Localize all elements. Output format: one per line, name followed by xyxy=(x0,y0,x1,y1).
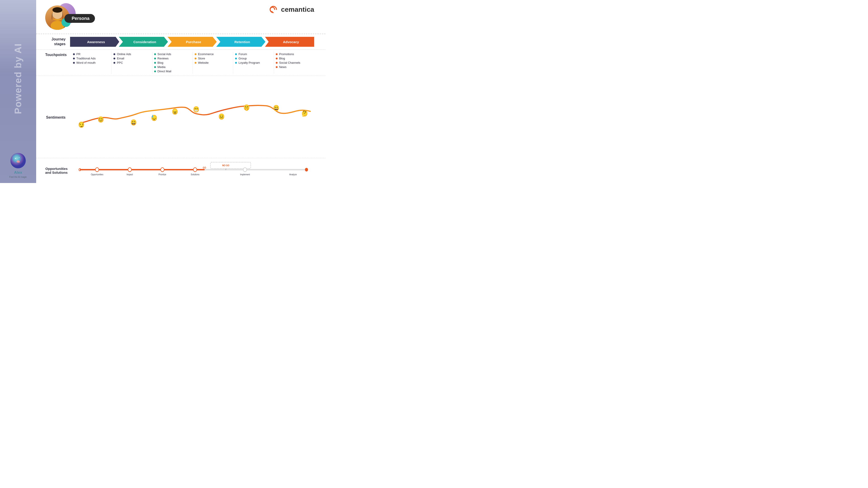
touchpoint-item: Promotions xyxy=(276,53,312,56)
svg-text:Analyze: Analyze xyxy=(289,173,297,176)
opportunities-chart: Opportunities Impact Prioritze Solutions… xyxy=(72,160,314,180)
main-content: Persona cemantica Journeystages Awarenes… xyxy=(36,0,326,183)
touchpoint-item: Social Ads xyxy=(154,53,191,56)
touchpoint-dot xyxy=(114,53,115,55)
emoji-8: 😄 xyxy=(273,104,280,111)
svg-text:GO: GO xyxy=(203,166,206,169)
touchpoint-item: Website xyxy=(195,61,231,64)
stage-consideration[interactable]: Consideration xyxy=(119,37,168,47)
touchpoint-item: News xyxy=(276,65,312,69)
touchpoint-dot xyxy=(154,70,156,72)
touchpoint-dot xyxy=(195,58,196,59)
touchpoint-item: Loyalty Program xyxy=(235,61,272,64)
touchpoints-grid: PR Traditional Ads Word of mouth Online … xyxy=(71,52,314,73)
touchpoint-dot xyxy=(276,58,278,59)
sentiments-row: Sentiments 😏 😊 xyxy=(36,76,326,158)
svg-text:Solutions: Solutions xyxy=(191,173,199,176)
emoji-3: 😓 xyxy=(151,114,158,121)
journey-label: Journeystages xyxy=(45,37,70,46)
journey-row: Journeystages Awareness Consideration Pu… xyxy=(36,34,326,50)
sentiments-chart: 😏 😊 😄 😓 😠 😁 😐 🤫 😄 🤔 xyxy=(70,100,314,134)
touchpoint-dot xyxy=(154,62,156,64)
touchpoint-dot xyxy=(235,58,237,59)
touchpoints-col-5: Promotions Blog Social Channels News xyxy=(274,52,314,73)
touchpoint-dot xyxy=(195,53,196,55)
stage-awareness[interactable]: Awareness xyxy=(70,37,119,47)
top-section: Persona cemantica xyxy=(36,0,326,34)
powered-by-text: Powered by AI xyxy=(13,43,24,114)
svg-text:✦: ✦ xyxy=(14,157,16,160)
stage-advocacy[interactable]: Advocacy xyxy=(265,37,314,47)
touchpoints-col-1: Online Ads Email PPC xyxy=(112,52,152,73)
touchpoint-dot xyxy=(276,66,278,68)
stage-purchase[interactable]: Purchase xyxy=(167,37,217,47)
cemantica-c-icon xyxy=(268,5,279,13)
touchpoint-dot xyxy=(73,58,75,59)
svg-point-17 xyxy=(193,168,197,172)
touchpoint-dot xyxy=(73,62,75,64)
touchpoint-dot xyxy=(195,62,196,64)
touchpoint-dot xyxy=(114,58,115,59)
opportunities-svg: Opportunities Impact Prioritze Solutions… xyxy=(72,160,314,180)
cemantica-text: cemantica xyxy=(281,6,314,13)
svg-point-15 xyxy=(161,168,164,172)
alex-tagline: Feel the AI magic xyxy=(9,175,27,178)
touchpoint-item: Blog xyxy=(276,57,312,60)
touchpoint-dot xyxy=(276,62,278,64)
touchpoint-item: Forum xyxy=(235,53,272,56)
alex-logo: ✦ ✦ 🧠 Alex Feel the AI magic xyxy=(9,153,27,178)
touchpoint-item: Store xyxy=(195,57,231,60)
touchpoint-item: Word of mouth xyxy=(73,61,110,64)
touchpoints-col-3: Ecommerce Store Website xyxy=(193,52,233,73)
emoji-9: 🤔 xyxy=(302,110,308,117)
svg-text:🧠: 🧠 xyxy=(16,160,20,164)
touchpoints-col-2: Social Ads Reviews Blog Media Direct Mai… xyxy=(152,52,193,73)
stages-container: Awareness Consideration Purchase Retenti… xyxy=(70,37,314,47)
touchpoint-dot xyxy=(114,62,115,64)
svg-point-11 xyxy=(95,168,99,172)
persona-label: Persona xyxy=(64,14,95,23)
cemantica-logo: cemantica xyxy=(268,5,314,13)
touchpoint-dot xyxy=(154,66,156,68)
touchpoint-item: Blog xyxy=(154,61,191,64)
emoji-1: 😊 xyxy=(98,116,104,123)
touchpoint-dot xyxy=(154,53,156,55)
svg-text:Impact: Impact xyxy=(127,173,133,176)
stage-retention[interactable]: Retention xyxy=(216,37,266,47)
svg-point-24 xyxy=(243,168,247,172)
touchpoint-dot xyxy=(73,53,75,55)
alex-name: Alex xyxy=(14,170,22,175)
opportunities-row: Opportunitiesand Solutions Opportunities… xyxy=(36,158,326,183)
touchpoint-item: Online Ads xyxy=(114,53,150,56)
emoji-6: 😐 xyxy=(218,113,225,120)
svg-point-13 xyxy=(128,168,131,172)
touchpoints-label: Touchpoints xyxy=(45,52,71,57)
touchpoint-item: Group xyxy=(235,57,272,60)
svg-text:Prioritze: Prioritze xyxy=(158,173,166,176)
emoji-0: 😏 xyxy=(78,121,85,128)
svg-point-10 xyxy=(305,168,308,171)
sentiments-label: Sentiments xyxy=(45,115,70,120)
persona-area: Persona xyxy=(45,5,72,31)
svg-text:Implement: Implement xyxy=(240,173,250,176)
touchpoints-row: Touchpoints PR Traditional Ads Word of m… xyxy=(36,50,326,76)
touchpoint-item: Social Channels xyxy=(276,61,312,64)
opportunities-label: Opportunitiesand Solutions xyxy=(45,166,72,174)
touchpoint-dot xyxy=(235,53,237,55)
cemantica-icon xyxy=(268,5,279,13)
svg-text:NO GO: NO GO xyxy=(222,164,229,167)
sentiments-svg: 😏 😊 😄 😓 😠 😁 😐 🤫 😄 🤔 xyxy=(70,100,314,135)
touchpoints-col-0: PR Traditional Ads Word of mouth xyxy=(71,52,112,73)
emoji-5: 😁 xyxy=(193,106,199,113)
touchpoint-item: Reviews xyxy=(154,57,191,60)
sidebar: Powered by AI ✦ ✦ 🧠 Alex Feel the AI xyxy=(0,0,36,183)
touchpoint-dot xyxy=(276,53,278,55)
touchpoint-dot xyxy=(154,58,156,59)
touchpoints-col-4: Forum Group Loyalty Program xyxy=(233,52,274,73)
emoji-7: 🤫 xyxy=(243,104,250,111)
svg-text:Opportunities: Opportunities xyxy=(91,173,103,176)
touchpoint-item: Email xyxy=(114,57,150,60)
emoji-2: 😄 xyxy=(130,119,137,126)
touchpoint-item: PPC xyxy=(114,61,150,64)
touchpoint-dot xyxy=(235,62,237,64)
